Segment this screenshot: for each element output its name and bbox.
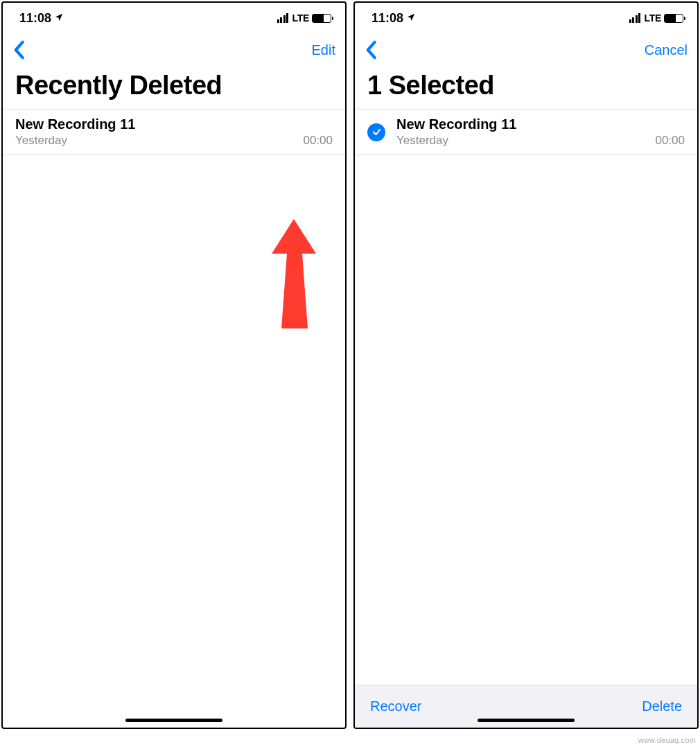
recover-button[interactable]: Recover: [370, 698, 421, 714]
status-bar: 11:08 LTE: [3, 3, 345, 33]
battery-icon: [664, 14, 683, 23]
home-indicator[interactable]: [125, 719, 222, 722]
page-title: Recently Deleted: [3, 67, 345, 109]
back-button[interactable]: [365, 40, 377, 60]
nav-bar: Cancel: [355, 33, 697, 67]
cancel-button[interactable]: Cancel: [645, 42, 688, 58]
delete-button[interactable]: Delete: [642, 698, 682, 714]
edit-button[interactable]: Edit: [312, 42, 335, 58]
battery-icon: [312, 14, 331, 23]
status-time: 11:08: [19, 11, 51, 26]
content-area: [355, 155, 697, 685]
page-title: 1 Selected: [355, 67, 697, 109]
recordings-list: New Recording 11 Yesterday 00:00: [3, 109, 345, 155]
phone-left: 11:08 LTE Edit Recently Deleted New Reco…: [1, 1, 347, 729]
signal-icon: [277, 13, 289, 23]
location-icon: [54, 12, 64, 24]
status-bar: 11:08 LTE: [355, 3, 697, 33]
home-indicator[interactable]: [478, 719, 575, 722]
checkmark-icon[interactable]: [367, 123, 385, 141]
nav-bar: Edit: [3, 33, 345, 67]
location-icon: [406, 12, 416, 24]
network-label: LTE: [292, 12, 309, 24]
recording-duration: 00:00: [303, 134, 333, 148]
network-label: LTE: [644, 12, 661, 24]
list-item[interactable]: New Recording 11 Yesterday 00:00: [355, 109, 697, 155]
content-area: [3, 155, 345, 728]
svg-marker-0: [272, 219, 316, 328]
recording-title: New Recording 11: [15, 116, 333, 132]
status-time: 11:08: [371, 11, 403, 26]
watermark: www.deuaq.com: [638, 736, 696, 744]
recording-date: Yesterday: [396, 134, 448, 148]
recording-title: New Recording 11: [396, 116, 685, 132]
recording-date: Yesterday: [15, 134, 67, 148]
phone-right: 11:08 LTE Cancel 1 Selected: [353, 1, 699, 729]
signal-icon: [629, 13, 641, 23]
recording-duration: 00:00: [655, 134, 685, 148]
back-button[interactable]: [12, 40, 25, 60]
list-item[interactable]: New Recording 11 Yesterday 00:00: [3, 109, 345, 155]
recordings-list: New Recording 11 Yesterday 00:00: [355, 109, 697, 155]
arrow-annotation: [272, 219, 320, 333]
